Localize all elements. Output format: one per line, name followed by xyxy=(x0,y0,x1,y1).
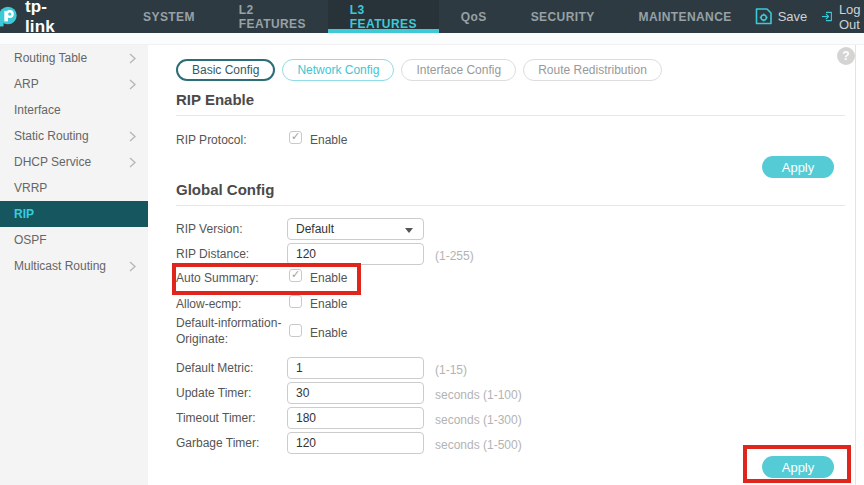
sidebar-item-rip[interactable]: RIP xyxy=(0,201,148,227)
rip-protocol-checkbox[interactable] xyxy=(289,131,302,144)
sidebar-item-label: ARP xyxy=(14,77,39,91)
default-metric-label: Default Metric: xyxy=(176,361,253,375)
chevron-down-icon xyxy=(405,228,413,233)
sidebar-item-ospf[interactable]: OSPF xyxy=(0,227,148,253)
sidebar-item-interface[interactable]: Interface xyxy=(0,97,148,123)
default-information-originate-label-line1: Default-information- xyxy=(176,316,281,330)
chevron-right-icon xyxy=(129,53,136,64)
sidebar-item-arp[interactable]: ARP xyxy=(0,71,148,97)
nav-item-qos[interactable]: QoS xyxy=(439,0,509,33)
tp-link-logo-icon xyxy=(0,1,19,33)
logout-icon xyxy=(821,7,834,26)
auto-summary-checkbox-label: Enable xyxy=(310,271,347,285)
chevron-right-icon xyxy=(129,131,136,142)
sidebar-item-routing-table[interactable]: Routing Table xyxy=(0,45,148,71)
tab-route-redistribution[interactable]: Route Redistribution xyxy=(523,59,662,81)
garbage-timer-input[interactable] xyxy=(287,432,424,454)
sidebar-item-vrrp[interactable]: VRRP xyxy=(0,175,148,201)
chevron-right-icon xyxy=(129,157,136,168)
save-icon xyxy=(754,7,773,26)
top-navbar: tp-link SYSTEM L2 FEATURES L3 FEATURES Q… xyxy=(0,0,864,33)
tab-network-config[interactable]: Network Config xyxy=(282,59,394,81)
default-information-originate-checkbox[interactable] xyxy=(289,324,302,337)
nav-item-l2-features[interactable]: L2 FEATURES xyxy=(217,0,328,33)
app-window: tp-link SYSTEM L2 FEATURES L3 FEATURES Q… xyxy=(0,0,864,485)
sidebar-item-label: OSPF xyxy=(14,233,47,247)
tab-interface-config[interactable]: Interface Config xyxy=(401,59,516,81)
timeout-timer-label: Timeout Timer: xyxy=(176,411,256,425)
save-button[interactable]: Save xyxy=(754,7,808,26)
rip-protocol-checkbox-label: Enable xyxy=(310,133,347,147)
sidebar: Routing Table ARP Interface Static Routi… xyxy=(0,45,148,485)
sidebar-item-multicast-routing[interactable]: Multicast Routing xyxy=(0,253,148,279)
default-information-originate-checkbox-label: Enable xyxy=(310,326,347,340)
timeout-timer-hint: seconds (1-300) xyxy=(435,413,522,427)
sidebar-item-static-routing[interactable]: Static Routing xyxy=(0,123,148,149)
config-tabs: Basic Config Network Config Interface Co… xyxy=(176,59,662,81)
logout-button[interactable]: Log Out xyxy=(821,2,864,32)
default-metric-hint: (1-15) xyxy=(435,363,467,377)
chevron-right-icon xyxy=(129,79,136,90)
rip-version-select[interactable]: Default xyxy=(287,218,424,240)
rip-distance-label: RIP Distance: xyxy=(176,247,249,261)
sidebar-item-label: VRRP xyxy=(14,181,47,195)
rip-protocol-label: RIP Protocol: xyxy=(176,133,246,147)
section-title-rip-enable: RIP Enable xyxy=(176,91,254,108)
auto-summary-checkbox[interactable] xyxy=(289,269,302,282)
default-metric-input[interactable] xyxy=(287,357,424,379)
sidebar-item-label: Interface xyxy=(14,103,61,117)
update-timer-input[interactable] xyxy=(287,382,424,404)
navbar-tools: Save Log Out About xyxy=(754,0,864,33)
tab-basic-config[interactable]: Basic Config xyxy=(176,59,275,81)
auto-summary-label: Auto Summary: xyxy=(176,271,259,285)
update-timer-label: Update Timer: xyxy=(176,386,251,400)
main-content: Basic Config Network Config Interface Co… xyxy=(148,45,864,485)
nav-item-l3-features[interactable]: L3 FEATURES xyxy=(328,0,439,33)
timeout-timer-input[interactable] xyxy=(287,407,424,429)
section-divider xyxy=(176,205,845,206)
rip-distance-hint: (1-255) xyxy=(435,249,474,263)
scrollbar-track[interactable] xyxy=(855,45,856,485)
sidebar-item-label: Multicast Routing xyxy=(14,259,106,273)
rip-version-label: RIP Version: xyxy=(176,222,242,236)
rip-distance-input[interactable] xyxy=(287,243,424,265)
help-icon[interactable]: ? xyxy=(837,47,855,65)
tp-link-logo: tp-link xyxy=(0,0,63,33)
allow-ecmp-label: Allow-ecmp: xyxy=(176,297,241,311)
sidebar-item-label: Static Routing xyxy=(14,129,89,143)
apply-button-global-config[interactable]: Apply xyxy=(762,456,834,478)
rip-version-value: Default xyxy=(296,222,334,236)
main-menu: SYSTEM L2 FEATURES L3 FEATURES QoS SECUR… xyxy=(121,0,754,33)
update-timer-hint: seconds (1-100) xyxy=(435,388,522,402)
garbage-timer-label: Garbage Timer: xyxy=(176,436,259,450)
sidebar-item-label: DHCP Service xyxy=(14,155,91,169)
section-title-global-config: Global Config xyxy=(176,181,274,198)
sidebar-item-label: Routing Table xyxy=(14,51,87,65)
sidebar-item-dhcp-service[interactable]: DHCP Service xyxy=(0,149,148,175)
logo-text: tp-link xyxy=(25,0,63,37)
allow-ecmp-checkbox-label: Enable xyxy=(310,297,347,311)
nav-item-maintenance[interactable]: MAINTENANCE xyxy=(617,0,754,33)
sidebar-item-label: RIP xyxy=(14,207,34,221)
save-label: Save xyxy=(778,9,808,24)
nav-item-security[interactable]: SECURITY xyxy=(509,0,617,33)
section-divider xyxy=(176,115,845,116)
apply-button-rip-enable[interactable]: Apply xyxy=(762,156,834,178)
default-information-originate-label-line2: Originate: xyxy=(176,332,228,346)
navbar-separator xyxy=(0,33,864,45)
allow-ecmp-checkbox[interactable] xyxy=(289,295,302,308)
logout-label: Log Out xyxy=(839,2,864,32)
nav-item-system[interactable]: SYSTEM xyxy=(121,0,217,33)
garbage-timer-hint: seconds (1-500) xyxy=(435,438,522,452)
chevron-right-icon xyxy=(129,261,136,272)
